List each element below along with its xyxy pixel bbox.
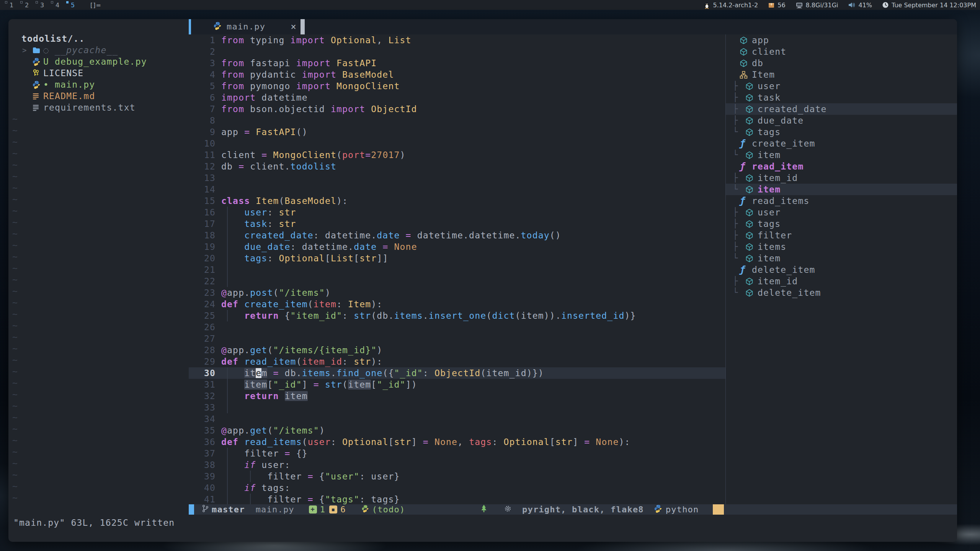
treesitter-icon [480,504,487,515]
symbol-user[interactable]: ├user [726,80,957,92]
workspace-4[interactable]: 4 [50,0,65,10]
tab-bar: main.py × [189,19,957,34]
tab-close-icon[interactable]: × [291,21,297,33]
code-line[interactable]: 12db = client.todolist [189,161,725,172]
code-line[interactable]: 17 task: str [189,218,725,230]
symbol-user[interactable]: ├user [726,207,957,218]
line-number: 22 [189,276,216,287]
symbol-client[interactable]: client [726,46,957,57]
symbol-item[interactable]: └item [726,253,957,264]
code-line[interactable]: 16 user: str [189,207,725,218]
python-icon [654,504,662,513]
symbol-tags[interactable]: ├tags [726,218,957,230]
workspace-1[interactable]: 1 [4,0,19,10]
line-number: 8 [189,115,216,126]
code-line[interactable]: 14 [189,184,725,195]
code-line[interactable]: 10 [189,138,725,149]
empty-line-tilde: ~ [8,423,189,435]
code-line[interactable]: 40 if tags: [189,482,725,494]
code-line[interactable]: 25 return {"item_id": str(db.items.inser… [189,310,725,321]
code-line[interactable]: 33 [189,402,725,413]
object-icon [745,82,753,90]
code-line[interactable]: 38 if user: [189,459,725,471]
code-line[interactable]: 18 created_date: datetime.date = datetim… [189,230,725,241]
symbol-create_item[interactable]: ƒcreate_item [726,138,957,149]
tree-item--pycache-[interactable]: >◌__pycache__ [8,44,189,56]
code-line[interactable]: 39 filter = {"user": user} [189,471,725,482]
code-line[interactable]: 34 [189,413,725,425]
penguin-icon [704,2,710,9]
tree-item-main-py[interactable]: •main.py [8,79,189,90]
code-line[interactable]: 29def read_item(item_id: str): [189,356,725,367]
code-line[interactable]: 15class Item(BaseModel): [189,195,725,207]
statusline: master main.py + 1 ▪ 6 (todo) pyright, b… [189,504,957,515]
tree-item-license[interactable]: LICENSE [8,67,189,79]
code-line[interactable]: 35@app.get("/items") [189,425,725,436]
symbol-due_date[interactable]: ├due_date [726,115,957,126]
symbol-label: user [758,207,781,218]
code-line[interactable]: 11client = MongoClient(port=27017) [189,149,725,161]
code-line[interactable]: 41 filter = {"tags": tags} [189,494,725,504]
empty-line-tilde: ~ [8,412,189,423]
code-line[interactable]: 37 filter = {} [189,448,725,459]
code-line[interactable]: 6import datetime [189,92,725,103]
code-line[interactable]: 7from bson.objectid import ObjectId [189,103,725,115]
workspace-2[interactable]: 2 [19,0,34,10]
code-line[interactable]: 36def read_items(user: Optional[str] = N… [189,436,725,448]
code-line[interactable]: 31 item["_id"] = str(item["_id"]) [189,379,725,390]
chevron-right-icon[interactable]: > [22,44,32,56]
indent-guide [227,448,228,459]
symbol-tags[interactable]: └tags [726,126,957,138]
symbol-delete_item[interactable]: └delete_item [726,287,957,298]
tree-item-debug-example-py[interactable]: Udebug_example.py [8,56,189,67]
code-line[interactable]: 13 [189,172,725,184]
code-line[interactable]: 8 [189,115,725,126]
code-text: @app.get("/items") [221,425,325,436]
empty-line-tilde: ~ [8,389,189,400]
tree-item-requirements-txt[interactable]: requirements.txt [8,102,189,113]
code-line[interactable]: 5from pymongo import MongoClient [189,80,725,92]
code-line[interactable]: 2 [189,46,725,57]
tree-connector: ├ [733,230,745,241]
code-line[interactable]: 20 tags: Optional[List[str]] [189,253,725,264]
code-line[interactable]: 9app = FastAPI() [189,126,725,138]
symbol-items[interactable]: ├items [726,241,957,253]
command-line-area[interactable]: "main.py" 63L, 1625C written [8,515,957,542]
code-line[interactable]: 21 [189,264,725,276]
code-line[interactable]: 3from fastapi import FastAPI [189,57,725,69]
code-line[interactable]: 24def create_item(item: Item): [189,298,725,310]
code-line[interactable]: 19 due_date: datetime.date = None [189,241,725,253]
symbol-created_date[interactable]: ├created_date [726,103,957,115]
code-line[interactable]: 23@app.post("/items") [189,287,725,298]
code-line-cursor[interactable]: 30 item = db.items.find_one({"_id": Obje… [189,367,725,379]
symbol-item_id[interactable]: ├item_id [726,172,957,184]
symbol-db[interactable]: db [726,57,957,69]
tab-main-py[interactable]: main.py × [191,19,297,34]
symbol-Item[interactable]: Item [726,69,957,80]
tree-item-readme-md[interactable]: README.md [8,90,189,102]
code-line[interactable]: 28@app.get("/items/{item_id}") [189,344,725,356]
code-editor[interactable]: 1from typing import Optional, List23from… [189,34,725,504]
tree-connector: ├ [733,115,745,126]
symbol-read_item[interactable]: ƒread_item [726,161,957,172]
workspace-3[interactable]: 3 [34,0,50,10]
code-line[interactable]: 4from pydantic import BaseModel [189,69,725,80]
symbol-label: client [752,46,786,57]
empty-line-tilde: ~ [8,194,189,205]
code-line[interactable]: 32 return item [189,390,725,402]
symbol-task[interactable]: ├task [726,92,957,103]
symbol-item_id[interactable]: ├item_id [726,276,957,287]
workspace-5-active[interactable]: 5 [65,0,80,10]
indent-guide [227,367,228,379]
symbol-filter[interactable]: ├filter [726,230,957,241]
symbol-read_items[interactable]: ƒread_items [726,195,957,207]
status-item-text: Tue September 14 12:03PM [892,2,976,9]
code-line[interactable]: 27 [189,333,725,344]
code-line[interactable]: 22 [189,276,725,287]
code-line[interactable]: 1from typing import Optional, List [189,34,725,46]
symbol-item[interactable]: └item [726,149,957,161]
symbol-item[interactable]: └item [726,184,957,195]
symbol-app[interactable]: app [726,34,957,46]
code-line[interactable]: 26 [189,321,725,333]
symbol-delete_item[interactable]: ƒdelete_item [726,264,957,276]
